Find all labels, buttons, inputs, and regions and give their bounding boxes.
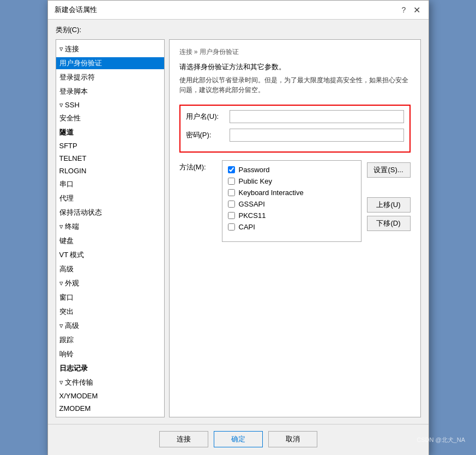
sidebar-tree: ▿ 连接 用户身份验证 登录提示符 登录脚本▿ SSH 安全性 隧道 SFTP … [56,39,165,417]
method-item-pkcs11[interactable]: PKCS11 [227,210,357,221]
help-button[interactable]: ? [399,5,409,15]
sidebar-item-label-appearance: ▿ 外观 [56,277,164,289]
method-label-public-key: Public Key [239,177,272,185]
main-dialog: 新建会话属性 ? ✕ 类别(C): ▿ 连接 用户身份验证 登录提示符 登录脚本… [47,0,429,455]
sidebar-item-label-login-prompt: 登录提示符 [56,71,164,83]
category-label: 类别(C): [56,25,421,35]
connect-button[interactable]: 连接 [159,431,208,447]
move-down-button[interactable]: 下移(D) [367,216,411,231]
close-button[interactable]: ✕ [412,5,422,15]
sidebar-item-sftp[interactable]: SFTP [56,139,164,152]
method-checkbox-keyboard-interactive[interactable] [228,189,235,196]
sidebar-item-label-trace: 跟踪 [56,334,164,346]
sidebar-item-advanced[interactable]: 高级 [56,262,164,276]
sidebar-item-ssh[interactable]: ▿ SSH [56,99,164,111]
cancel-button[interactable]: 取消 [268,431,317,447]
username-label: 用户名(U): [186,112,230,122]
sidebar-item-lian-jie[interactable]: ▿ 连接 [56,42,164,56]
sidebar-item-keyboard[interactable]: 键盘 [56,234,164,248]
sidebar-item-label-keyboard: 键盘 [56,235,164,247]
sidebar-item-label-yong-hu: 用户身份验证 [56,57,164,69]
password-label: 密码(P): [186,130,230,140]
sidebar-item-label-log: 日志记录 [56,362,164,374]
method-label-pkcs11: PKCS11 [239,211,266,220]
dialog-title: 新建会话属性 [55,5,97,15]
move-up-button[interactable]: 上移(U) [367,197,411,213]
sidebar-item-yong-hu[interactable]: 用户身份验证 [56,56,164,70]
sidebar-item-label-zmodem: ZMODEM [56,403,164,414]
sidebar-item-log[interactable]: 日志记录 [56,361,164,375]
sidebar-item-proxy[interactable]: 代理 [56,191,164,205]
sidebar-item-telnet[interactable]: TELNET [56,152,164,165]
watermark: CSDN @北犬_NA [417,436,465,444]
method-checkbox-capi[interactable] [228,223,235,230]
method-label-capi: CAPI [239,223,255,231]
sidebar-item-security[interactable]: 安全性 [56,111,164,125]
sidebar-item-trace[interactable]: 跟踪 [56,333,164,347]
method-checkbox-pkcs11[interactable] [228,212,235,219]
sidebar-item-appearance[interactable]: ▿ 外观 [56,276,164,290]
sidebar-item-label-rlogin: RLOGIN [56,166,164,176]
method-item-public-key[interactable]: Public Key [227,175,357,187]
method-checkbox-public-key[interactable] [228,178,235,185]
sidebar-item-label-security: 安全性 [56,112,164,124]
sidebar-item-xymodem[interactable]: X/YMODEM [56,390,164,402]
title-bar: 新建会话属性 ? ✕ [48,1,429,20]
sidebar-item-label-xymodem: X/YMODEM [56,391,164,401]
sidebar-item-label-lian-jie: ▿ 连接 [56,43,164,55]
sidebar-item-label-advanced2: ▿ 高级 [56,320,164,332]
panel-description2: 使用此部分以节省登录时间。但是，为了最大限度地提高安全性，如果担心安全问题，建议… [179,75,411,95]
right-panel: 连接 » 用户身份验证 请选择身份验证方法和其它参数。 使用此部分以节省登录时间… [169,39,421,417]
method-label: 方法(M): [179,160,216,172]
method-label-keyboard-interactive: Keyboard Interactive [239,189,304,197]
ok-button[interactable]: 确定 [214,431,263,447]
username-row: 用户名(U): [186,110,404,123]
title-controls: ? ✕ [399,5,422,15]
method-item-password[interactable]: Password [227,164,357,175]
sidebar-item-label-sftp: SFTP [56,141,164,151]
method-item-gssapi[interactable]: GSSAPI [227,198,357,210]
sidebar-item-label-keepalive: 保持活动状态 [56,207,164,219]
dialog-body: 类别(C): ▿ 连接 用户身份验证 登录提示符 登录脚本▿ SSH 安全性 隧… [48,20,429,424]
sidebar-item-rlogin[interactable]: RLOGIN [56,165,164,177]
sidebar-item-label-advanced: 高级 [56,263,164,275]
sidebar-item-label-filetransfer: ▿ 文件传输 [56,377,164,389]
method-section: 方法(M): PasswordPublic KeyKeyboard Intera… [179,160,411,242]
breadcrumb: 连接 » 用户身份验证 [179,47,411,57]
sidebar-item-filetransfer[interactable]: ▿ 文件传输 [56,375,164,390]
settings-button[interactable]: 设置(S)... [367,162,411,178]
credentials-box: 用户名(U): 密码(P): [179,105,411,153]
method-label-gssapi: GSSAPI [239,200,265,208]
sidebar-item-label-serial: 串口 [56,178,164,190]
sidebar-item-label-window: 窗口 [56,292,164,304]
dialog-footer: 连接 确定 取消 [48,424,429,455]
method-actions: 设置(S)... 上移(U) 下移(D) [367,160,411,231]
sidebar-item-label-terminal: ▿ 终端 [56,221,164,233]
method-checkbox-password[interactable] [228,166,235,173]
sidebar-item-bell[interactable]: 响铃 [56,347,164,361]
sidebar-item-zmodem[interactable]: ZMODEM [56,402,164,415]
sidebar-item-label-vt-mode: VT 模式 [56,249,164,261]
password-input[interactable] [230,129,404,142]
sidebar-item-terminal[interactable]: ▿ 终端 [56,220,164,234]
sidebar-item-login-script[interactable]: 登录脚本 [56,84,164,99]
sidebar-item-label-telnet: TELNET [56,153,164,163]
sidebar-item-highlight[interactable]: 突出 [56,305,164,319]
username-input[interactable] [230,110,404,123]
sidebar-item-keepalive[interactable]: 保持活动状态 [56,205,164,220]
sidebar-item-serial[interactable]: 串口 [56,177,164,191]
sidebar-item-label-ssh: ▿ SSH [56,100,164,110]
sidebar-item-label-highlight: 突出 [56,306,164,318]
sidebar-item-login-prompt[interactable]: 登录提示符 [56,70,164,84]
method-item-keyboard-interactive[interactable]: Keyboard Interactive [227,187,357,198]
sidebar-item-label-tunnel: 隧道 [56,126,164,138]
method-checkbox-gssapi[interactable] [228,201,235,208]
sidebar-item-vt-mode[interactable]: VT 模式 [56,248,164,262]
sidebar-item-window[interactable]: 窗口 [56,290,164,305]
method-list: PasswordPublic KeyKeyboard InteractiveGS… [222,160,361,242]
sidebar-item-tunnel[interactable]: 隧道 [56,125,164,139]
method-label-password: Password [239,166,270,174]
method-item-capi[interactable]: CAPI [227,221,357,233]
sidebar-item-advanced2[interactable]: ▿ 高级 [56,319,164,333]
sidebar-item-label-login-script: 登录脚本 [56,86,164,98]
